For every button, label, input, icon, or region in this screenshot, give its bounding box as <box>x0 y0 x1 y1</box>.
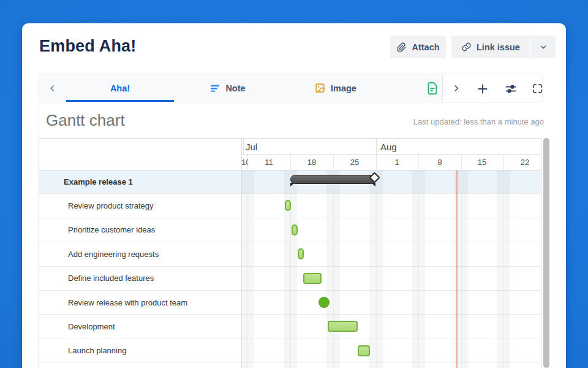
link-icon <box>461 42 472 52</box>
tabs-back-button[interactable] <box>42 78 63 99</box>
attach-button[interactable]: Attach <box>390 36 446 58</box>
plus-icon <box>477 83 489 95</box>
date-label-clipped: 10 <box>241 154 248 170</box>
date-label: 1 <box>385 154 409 170</box>
task-bar[interactable] <box>303 273 322 284</box>
image-icon <box>315 83 325 93</box>
fullscreen-button[interactable] <box>526 79 548 99</box>
tab-document-partial[interactable] <box>426 82 439 95</box>
last-updated-text: Last updated: less than a minute ago <box>413 117 544 126</box>
gantt-row-label: Review product strategy <box>39 201 153 210</box>
tab-note[interactable]: Note <box>174 74 282 102</box>
header-bottom-border <box>39 170 541 171</box>
link-issue-button-label: Link issue <box>477 42 520 52</box>
task-bar[interactable] <box>358 345 370 356</box>
milestone-circle[interactable] <box>318 297 330 308</box>
attach-button-label: Attach <box>412 42 439 52</box>
link-issue-split-button: Link issue <box>451 36 556 58</box>
chevron-down-icon <box>539 43 548 52</box>
tab-aha-label: Aha! <box>110 83 130 93</box>
task-bar[interactable] <box>292 224 298 236</box>
gantt-chart-layer: JulAug10111825181522 <box>241 139 541 368</box>
week-gridline <box>376 154 377 368</box>
link-issue-button[interactable]: Link issue <box>451 36 530 58</box>
chevron-right-icon <box>452 84 461 93</box>
link-issue-dropdown-button[interactable] <box>530 36 556 58</box>
date-label: 10 <box>241 158 248 167</box>
tab-note-label: Note <box>225 83 245 93</box>
gantt-row-label: Define included features <box>39 274 154 283</box>
names-column-border <box>241 139 242 368</box>
gantt-row-label: Development <box>39 322 115 331</box>
gantt-row-label: Add engineering requests <box>39 250 159 259</box>
configure-button[interactable] <box>500 79 522 99</box>
vertical-scrollbar-thumb[interactable] <box>543 138 549 368</box>
task-bar[interactable] <box>298 248 304 259</box>
gantt-row-label: Review release with product team <box>39 298 187 307</box>
tab-image-label: Image <box>331 83 356 93</box>
tab-image[interactable]: Image <box>282 74 390 102</box>
date-label: 25 <box>342 154 367 170</box>
issue-card: Embed Aha! Attach Link issue <box>22 23 566 368</box>
week-gridline <box>503 154 504 368</box>
paperclip-icon <box>396 42 407 52</box>
month-boundary-line <box>376 139 377 154</box>
date-label: 15 <box>470 154 494 170</box>
date-label: 18 <box>300 154 324 170</box>
green-document-icon <box>426 82 439 95</box>
week-gridline <box>418 154 419 368</box>
chevron-left-icon <box>48 84 57 93</box>
tab-aha[interactable]: Aha! <box>66 74 174 102</box>
sliders-icon <box>505 83 517 95</box>
month-boundary-line <box>243 139 244 154</box>
date-label: 11 <box>257 154 281 170</box>
add-embed-button[interactable] <box>472 79 494 99</box>
embed-frame-border <box>39 102 39 138</box>
gantt-row-label: Launch planning <box>39 346 126 355</box>
tabs-forward-button[interactable] <box>446 78 467 99</box>
gantt-row-label: Example release 1 <box>39 177 133 186</box>
today-line <box>456 170 458 368</box>
note-lines-icon <box>210 83 220 93</box>
week-gridline <box>333 154 334 368</box>
embed-tabbar: Aha! Note Image <box>39 74 543 102</box>
task-bar[interactable] <box>285 200 291 211</box>
gantt-table: Example release 1Review product strategy… <box>39 138 541 368</box>
gantt-chart-title: Gantt chart <box>46 111 125 130</box>
expand-icon <box>532 83 543 94</box>
date-label: 22 <box>513 154 537 170</box>
gantt-row-label: Prioritize customer ideas <box>39 225 155 234</box>
month-label: Aug <box>380 139 397 154</box>
month-label: Jul <box>246 139 257 154</box>
week-gridline <box>461 154 462 368</box>
week-gridline <box>247 154 248 368</box>
task-bar[interactable] <box>328 321 358 332</box>
date-label: 8 <box>428 154 452 170</box>
page-title: Embed Aha! <box>39 37 137 56</box>
release-bar[interactable] <box>290 175 375 184</box>
